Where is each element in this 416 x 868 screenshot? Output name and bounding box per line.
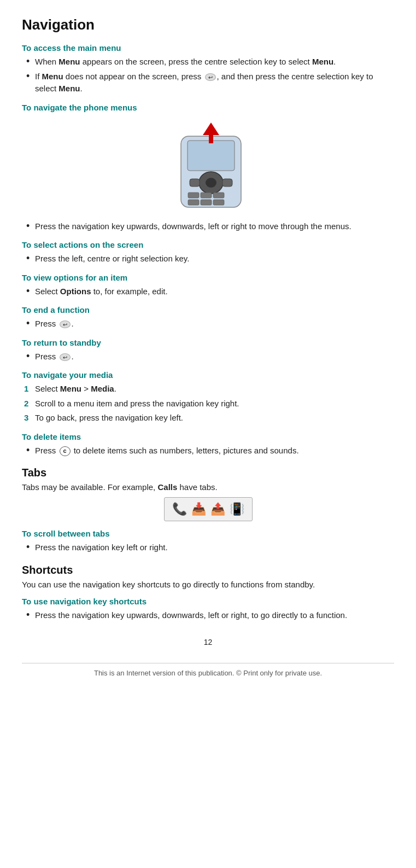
- svg-rect-4: [190, 179, 200, 187]
- section-heading-delete-items: To delete items: [22, 432, 394, 441]
- list-item: Select Options to, for example, edit.: [22, 286, 394, 298]
- section-heading-nav-shortcuts: To use navigation key shortcuts: [22, 597, 394, 606]
- list-item: When Menu appears on the screen, press t…: [22, 56, 394, 68]
- section-heading-return-standby: To return to standby: [22, 338, 394, 347]
- num-label-2: 2: [24, 398, 28, 410]
- end-function-list: Press ↩.: [22, 318, 394, 330]
- list-item: 2Scroll to a menu item and press the nav…: [22, 398, 394, 410]
- list-item: Press the navigation key upwards, downwa…: [22, 220, 394, 233]
- tabs-image: 📞 📥 📤 📳: [22, 497, 394, 521]
- svg-rect-9: [188, 200, 199, 205]
- end-key-icon: ↩: [205, 73, 216, 81]
- list-item: Press c to delete items such as numbers,…: [22, 445, 394, 457]
- section-heading-select-actions: To select actions on the screen: [22, 240, 394, 249]
- shortcuts-title: Shortcuts: [22, 564, 394, 576]
- list-item: Press ↩.: [22, 318, 394, 330]
- end-key-icon-2: ↩: [60, 353, 71, 361]
- svg-rect-5: [222, 179, 232, 187]
- page-title: Navigation: [22, 16, 394, 33]
- navigate-media-list: 1Select Menu > Media. 2Scroll to a menu …: [22, 383, 394, 424]
- shortcuts-intro: You can use the navigation key shortcuts…: [22, 580, 394, 589]
- svg-marker-12: [203, 123, 219, 135]
- list-item: Press the left, centre or right selectio…: [22, 253, 394, 265]
- end-key-icon: ↩: [60, 321, 71, 328]
- tabs-icons-row: 📞 📥 📤 📳: [164, 497, 253, 521]
- missed-tab-icon: 📳: [230, 502, 244, 516]
- calls-tab-icon: 📞: [172, 502, 187, 516]
- list-item: Press ↩.: [22, 351, 394, 363]
- c-key-icon: c: [60, 446, 71, 456]
- svg-rect-8: [213, 193, 224, 198]
- return-standby-list: Press ↩.: [22, 351, 394, 363]
- svg-rect-10: [201, 200, 212, 205]
- svg-point-3: [206, 178, 216, 188]
- delete-items-list: Press c to delete items such as numbers,…: [22, 445, 394, 457]
- nav-shortcuts-list: Press the navigation key upwards, downwa…: [22, 609, 394, 622]
- section-heading-navigate-media: To navigate your media: [22, 370, 394, 380]
- phone-image: [22, 120, 394, 213]
- svg-rect-13: [209, 135, 213, 143]
- list-item: Press the navigation key left or right.: [22, 541, 394, 554]
- section-heading-main-menu: To access the main menu: [22, 43, 394, 53]
- outbox-tab-icon: 📤: [210, 502, 225, 516]
- view-options-list: Select Options to, for example, edit.: [22, 286, 394, 298]
- inbox-tab-icon: 📥: [191, 502, 206, 516]
- svg-rect-6: [188, 193, 199, 198]
- page-number: 12: [22, 638, 394, 646]
- select-actions-list: Press the left, centre or right selectio…: [22, 253, 394, 265]
- num-label-1: 1: [24, 383, 28, 395]
- section-heading-navigate-menus: To navigate the phone menus: [22, 103, 394, 112]
- scroll-tabs-list: Press the navigation key left or right.: [22, 541, 394, 554]
- main-menu-list: When Menu appears on the screen, press t…: [22, 56, 394, 95]
- tabs-title: Tabs: [22, 467, 394, 479]
- list-item: 1Select Menu > Media.: [22, 383, 394, 395]
- navigate-menus-list: Press the navigation key upwards, downwa…: [22, 220, 394, 233]
- footer-text: This is an Internet version of this publ…: [94, 669, 322, 677]
- num-label-3: 3: [24, 412, 28, 424]
- svg-rect-1: [188, 141, 235, 171]
- list-item: Press the navigation key upwards, downwa…: [22, 609, 394, 622]
- section-heading-view-options: To view options for an item: [22, 273, 394, 282]
- section-heading-end-function: To end a function: [22, 305, 394, 314]
- tabs-intro: Tabs may be available. For example, Call…: [22, 482, 394, 492]
- section-heading-scroll-tabs: To scroll between tabs: [22, 529, 394, 538]
- svg-rect-11: [213, 200, 224, 205]
- footer: This is an Internet version of this publ…: [22, 663, 394, 677]
- list-item: If Menu does not appear on the screen, p…: [22, 71, 394, 95]
- svg-rect-7: [201, 193, 212, 198]
- list-item: 3To go back, press the navigation key le…: [22, 412, 394, 424]
